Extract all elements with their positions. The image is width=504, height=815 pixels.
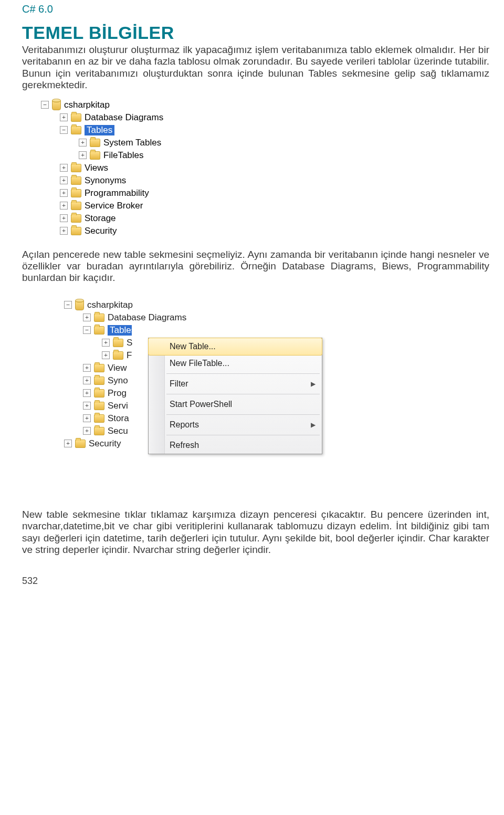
expand-icon[interactable]: + <box>83 377 91 384</box>
book-header: C# 6.0 <box>22 3 489 15</box>
collapse-icon[interactable]: − <box>83 326 91 334</box>
tree-label: Security <box>85 226 117 236</box>
context-menu: New Table... New FileTable... Filter ▶ S… <box>148 338 322 454</box>
tree-item-tables[interactable]: − Tables <box>64 324 337 337</box>
collapse-icon[interactable]: − <box>64 301 72 309</box>
object-explorer-tree-1: − csharpkitap + Database Diagrams − Tabl… <box>41 99 489 237</box>
tree-root[interactable]: − csharpkitap <box>64 299 337 311</box>
folder-icon <box>113 339 123 347</box>
menu-item-refresh[interactable]: Refresh <box>149 437 322 454</box>
collapse-icon[interactable]: − <box>60 126 68 134</box>
menu-item-filter[interactable]: Filter ▶ <box>149 375 322 392</box>
menu-separator <box>166 435 320 435</box>
collapse-icon[interactable]: − <box>41 101 49 109</box>
folder-icon <box>94 314 104 322</box>
folder-icon <box>94 402 104 410</box>
tree-item-dbdiagrams[interactable]: + Database Diagrams <box>41 111 489 124</box>
tree-item-filetables[interactable]: + FileTables <box>41 149 489 162</box>
expand-icon[interactable]: + <box>60 113 68 121</box>
expand-icon[interactable]: + <box>60 227 68 235</box>
folder-icon <box>71 126 81 134</box>
tree-label-selected: Tables <box>85 125 114 135</box>
tree-item-synonyms[interactable]: + Synonyms <box>41 174 489 187</box>
menu-item-start-powershell[interactable]: Start PowerShell <box>149 396 322 413</box>
menu-separator <box>166 414 320 415</box>
expand-icon[interactable]: + <box>102 339 110 347</box>
tree-label: Storage <box>85 213 116 224</box>
expand-icon[interactable]: + <box>102 351 110 359</box>
tree-item-views[interactable]: + Views <box>41 162 489 174</box>
tree-item-tables[interactable]: − Tables <box>41 124 489 137</box>
tree-label: Prog <box>108 388 127 399</box>
tree-item-security[interactable]: + Security <box>41 225 489 237</box>
folder-icon <box>71 227 81 235</box>
menu-item-label: New FileTable... <box>170 359 229 368</box>
tree-item-systemtables[interactable]: + System Tables <box>41 137 489 149</box>
tree-label: S <box>127 338 132 348</box>
paragraph-1: Veritabanımızı oluşturur oluşturmaz ilk … <box>22 44 489 91</box>
tree-label: Security <box>89 438 121 449</box>
tree-label: Secu <box>108 426 128 436</box>
expand-icon[interactable]: + <box>83 364 91 372</box>
tree-label: Servi <box>108 401 128 411</box>
expand-icon[interactable]: + <box>79 151 87 159</box>
menu-item-reports[interactable]: Reports ▶ <box>149 416 322 433</box>
folder-icon <box>90 139 100 147</box>
tree-label: Programmability <box>85 188 149 198</box>
tree-label-selected: Tables <box>108 325 132 336</box>
tree-label: System Tables <box>103 138 161 148</box>
paragraph-2: Açılan pencerede new table sekmesini seç… <box>22 249 489 284</box>
tree-label: Views <box>85 163 108 173</box>
expand-icon[interactable]: + <box>60 202 68 210</box>
menu-item-new-table[interactable]: New Table... <box>148 338 322 356</box>
section-title: TEMEL BİLGİLER <box>22 23 489 43</box>
folder-icon <box>94 326 104 335</box>
expand-icon[interactable]: + <box>60 164 68 172</box>
folder-icon <box>94 377 104 385</box>
tree-item-programmability[interactable]: + Programmability <box>41 187 489 200</box>
folder-icon <box>71 164 81 172</box>
tree-label: F <box>127 350 132 361</box>
tree-label: csharpkitap <box>64 100 110 110</box>
menu-item-new-filetable[interactable]: New FileTable... <box>149 355 322 372</box>
folder-icon <box>71 189 81 197</box>
folder-icon <box>94 364 104 372</box>
page-number: 532 <box>22 576 489 587</box>
folder-icon <box>71 176 81 185</box>
tree-label: Syno <box>108 375 128 386</box>
tree-item-servicebroker[interactable]: + Service Broker <box>41 200 489 212</box>
expand-icon[interactable]: + <box>83 427 91 435</box>
expand-icon[interactable]: + <box>83 402 91 410</box>
object-explorer-with-context-menu: − csharpkitap + Database Diagrams − Tabl… <box>64 299 337 493</box>
expand-icon[interactable]: + <box>83 389 91 397</box>
tree-item-storage[interactable]: + Storage <box>41 212 489 225</box>
submenu-arrow-icon: ▶ <box>311 380 316 388</box>
expand-icon[interactable]: + <box>60 176 68 184</box>
menu-item-label: Refresh <box>170 441 199 450</box>
expand-icon[interactable]: + <box>79 139 87 147</box>
database-icon <box>52 100 61 110</box>
tree-label: Stora <box>108 413 129 424</box>
folder-icon <box>90 151 100 160</box>
expand-icon[interactable]: + <box>60 189 68 197</box>
folder-icon <box>94 414 104 423</box>
menu-separator <box>166 394 320 394</box>
tree-root[interactable]: − csharpkitap <box>41 99 489 111</box>
menu-item-label: Reports <box>170 420 199 430</box>
tree-label: Synonyms <box>85 175 126 186</box>
expand-icon[interactable]: + <box>83 314 91 321</box>
expand-icon[interactable]: + <box>60 214 68 222</box>
expand-icon[interactable]: + <box>64 440 72 447</box>
tree-label: FileTables <box>103 150 144 161</box>
folder-icon <box>94 427 104 435</box>
folder-icon <box>94 389 104 398</box>
submenu-arrow-icon: ▶ <box>311 421 316 429</box>
tree-label: Database Diagrams <box>85 112 163 123</box>
folder-icon <box>71 113 81 122</box>
menu-separator <box>166 373 320 374</box>
tree-item-dbdiagrams[interactable]: + Database Diagrams <box>64 311 337 324</box>
tree-label: Service Broker <box>85 201 143 211</box>
expand-icon[interactable]: + <box>83 414 91 422</box>
folder-icon <box>113 351 123 360</box>
paragraph-3: New table sekmesine tıklar tıklamaz karş… <box>22 509 489 556</box>
